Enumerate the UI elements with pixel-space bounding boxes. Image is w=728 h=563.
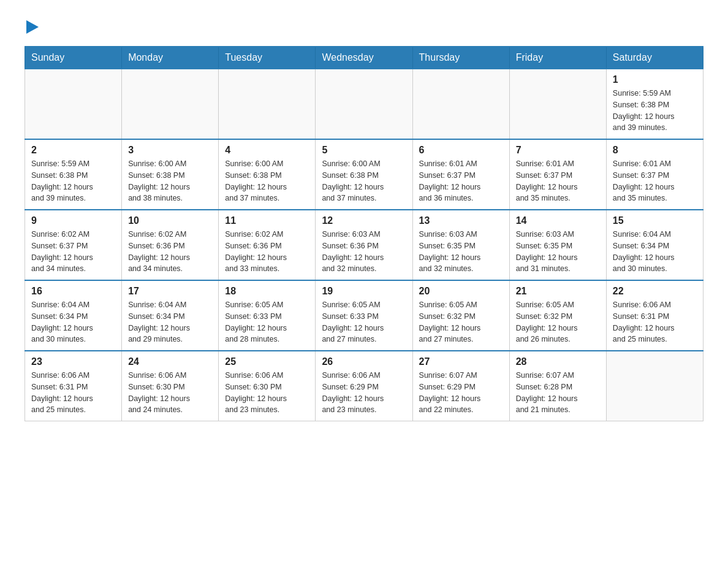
day-number: 6 bbox=[419, 145, 503, 156]
calendar-week-row: 1Sunrise: 5:59 AM Sunset: 6:38 PM Daylig… bbox=[25, 69, 703, 139]
day-number: 27 bbox=[419, 356, 503, 367]
calendar-cell: 7Sunrise: 6:01 AM Sunset: 6:37 PM Daylig… bbox=[509, 139, 606, 210]
calendar-week-row: 9Sunrise: 6:02 AM Sunset: 6:37 PM Daylig… bbox=[25, 210, 703, 280]
day-info: Sunrise: 6:06 AM Sunset: 6:30 PM Dayligh… bbox=[225, 370, 309, 416]
calendar-cell: 3Sunrise: 6:00 AM Sunset: 6:38 PM Daylig… bbox=[122, 139, 219, 210]
day-number: 26 bbox=[322, 356, 406, 367]
day-number: 14 bbox=[516, 215, 600, 226]
day-number: 3 bbox=[128, 145, 212, 156]
day-info: Sunrise: 6:05 AM Sunset: 6:33 PM Dayligh… bbox=[225, 299, 309, 345]
calendar-cell bbox=[122, 69, 219, 139]
day-number: 19 bbox=[322, 286, 406, 297]
calendar-cell: 23Sunrise: 6:06 AM Sunset: 6:31 PM Dayli… bbox=[25, 351, 122, 421]
calendar-week-row: 16Sunrise: 6:04 AM Sunset: 6:34 PM Dayli… bbox=[25, 280, 703, 351]
day-info: Sunrise: 6:07 AM Sunset: 6:28 PM Dayligh… bbox=[516, 370, 600, 416]
day-number: 4 bbox=[225, 145, 309, 156]
day-number: 2 bbox=[31, 145, 115, 156]
day-number: 1 bbox=[613, 74, 697, 85]
day-info: Sunrise: 6:00 AM Sunset: 6:38 PM Dayligh… bbox=[322, 158, 406, 204]
calendar-cell: 15Sunrise: 6:04 AM Sunset: 6:34 PM Dayli… bbox=[606, 210, 703, 280]
page-header bbox=[25, 18, 703, 34]
calendar-cell: 10Sunrise: 6:02 AM Sunset: 6:36 PM Dayli… bbox=[122, 210, 219, 280]
day-number: 8 bbox=[613, 145, 697, 156]
day-number: 18 bbox=[225, 286, 309, 297]
day-number: 23 bbox=[31, 356, 115, 367]
calendar-cell bbox=[509, 69, 606, 139]
calendar-cell: 18Sunrise: 6:05 AM Sunset: 6:33 PM Dayli… bbox=[219, 280, 316, 351]
calendar-cell: 22Sunrise: 6:06 AM Sunset: 6:31 PM Dayli… bbox=[606, 280, 703, 351]
day-info: Sunrise: 6:05 AM Sunset: 6:32 PM Dayligh… bbox=[516, 299, 600, 345]
day-number: 21 bbox=[516, 286, 600, 297]
day-info: Sunrise: 6:04 AM Sunset: 6:34 PM Dayligh… bbox=[613, 229, 697, 275]
day-info: Sunrise: 6:01 AM Sunset: 6:37 PM Dayligh… bbox=[516, 158, 600, 204]
calendar-header-row: SundayMondayTuesdayWednesdayThursdayFrid… bbox=[25, 47, 703, 69]
day-info: Sunrise: 6:06 AM Sunset: 6:31 PM Dayligh… bbox=[613, 299, 697, 345]
day-number: 20 bbox=[419, 286, 503, 297]
day-info: Sunrise: 6:02 AM Sunset: 6:37 PM Dayligh… bbox=[31, 229, 115, 275]
day-info: Sunrise: 6:03 AM Sunset: 6:35 PM Dayligh… bbox=[516, 229, 600, 275]
day-of-week-header: Monday bbox=[122, 47, 219, 69]
calendar-cell: 14Sunrise: 6:03 AM Sunset: 6:35 PM Dayli… bbox=[509, 210, 606, 280]
day-of-week-header: Tuesday bbox=[219, 47, 316, 69]
calendar-table: SundayMondayTuesdayWednesdayThursdayFrid… bbox=[25, 46, 703, 421]
logo-arrow-icon bbox=[26, 20, 39, 34]
calendar-cell: 13Sunrise: 6:03 AM Sunset: 6:35 PM Dayli… bbox=[412, 210, 509, 280]
day-of-week-header: Friday bbox=[509, 47, 606, 69]
calendar-cell: 4Sunrise: 6:00 AM Sunset: 6:38 PM Daylig… bbox=[219, 139, 316, 210]
calendar-cell: 27Sunrise: 6:07 AM Sunset: 6:29 PM Dayli… bbox=[412, 351, 509, 421]
day-info: Sunrise: 6:00 AM Sunset: 6:38 PM Dayligh… bbox=[128, 158, 212, 204]
calendar-cell: 20Sunrise: 6:05 AM Sunset: 6:32 PM Dayli… bbox=[412, 280, 509, 351]
calendar-cell: 11Sunrise: 6:02 AM Sunset: 6:36 PM Dayli… bbox=[219, 210, 316, 280]
day-of-week-header: Wednesday bbox=[316, 47, 412, 69]
calendar-cell: 1Sunrise: 5:59 AM Sunset: 6:38 PM Daylig… bbox=[606, 69, 703, 139]
calendar-cell bbox=[25, 69, 122, 139]
calendar-cell: 24Sunrise: 6:06 AM Sunset: 6:30 PM Dayli… bbox=[122, 351, 219, 421]
day-info: Sunrise: 6:03 AM Sunset: 6:36 PM Dayligh… bbox=[322, 229, 406, 275]
day-info: Sunrise: 5:59 AM Sunset: 6:38 PM Dayligh… bbox=[31, 158, 115, 204]
calendar-cell: 26Sunrise: 6:06 AM Sunset: 6:29 PM Dayli… bbox=[316, 351, 412, 421]
calendar-cell: 2Sunrise: 5:59 AM Sunset: 6:38 PM Daylig… bbox=[25, 139, 122, 210]
calendar-cell: 21Sunrise: 6:05 AM Sunset: 6:32 PM Dayli… bbox=[509, 280, 606, 351]
calendar-cell: 8Sunrise: 6:01 AM Sunset: 6:37 PM Daylig… bbox=[606, 139, 703, 210]
calendar-cell bbox=[219, 69, 316, 139]
calendar-cell: 28Sunrise: 6:07 AM Sunset: 6:28 PM Dayli… bbox=[509, 351, 606, 421]
day-number: 25 bbox=[225, 356, 309, 367]
calendar-cell: 16Sunrise: 6:04 AM Sunset: 6:34 PM Dayli… bbox=[25, 280, 122, 351]
calendar-week-row: 23Sunrise: 6:06 AM Sunset: 6:31 PM Dayli… bbox=[25, 351, 703, 421]
day-info: Sunrise: 6:01 AM Sunset: 6:37 PM Dayligh… bbox=[613, 158, 697, 204]
calendar-cell: 6Sunrise: 6:01 AM Sunset: 6:37 PM Daylig… bbox=[412, 139, 509, 210]
day-number: 9 bbox=[31, 215, 115, 226]
day-info: Sunrise: 6:06 AM Sunset: 6:30 PM Dayligh… bbox=[128, 370, 212, 416]
day-info: Sunrise: 6:06 AM Sunset: 6:29 PM Dayligh… bbox=[322, 370, 406, 416]
day-info: Sunrise: 6:02 AM Sunset: 6:36 PM Dayligh… bbox=[128, 229, 212, 275]
calendar-cell: 25Sunrise: 6:06 AM Sunset: 6:30 PM Dayli… bbox=[219, 351, 316, 421]
calendar-week-row: 2Sunrise: 5:59 AM Sunset: 6:38 PM Daylig… bbox=[25, 139, 703, 210]
calendar-cell bbox=[412, 69, 509, 139]
calendar-cell: 17Sunrise: 6:04 AM Sunset: 6:34 PM Dayli… bbox=[122, 280, 219, 351]
svg-marker-0 bbox=[26, 20, 39, 34]
day-info: Sunrise: 6:05 AM Sunset: 6:32 PM Dayligh… bbox=[419, 299, 503, 345]
calendar-cell bbox=[606, 351, 703, 421]
calendar-cell: 19Sunrise: 6:05 AM Sunset: 6:33 PM Dayli… bbox=[316, 280, 412, 351]
logo bbox=[25, 18, 39, 34]
day-of-week-header: Sunday bbox=[25, 47, 122, 69]
day-of-week-header: Saturday bbox=[606, 47, 703, 69]
day-number: 11 bbox=[225, 215, 309, 226]
day-info: Sunrise: 6:04 AM Sunset: 6:34 PM Dayligh… bbox=[128, 299, 212, 345]
day-info: Sunrise: 6:04 AM Sunset: 6:34 PM Dayligh… bbox=[31, 299, 115, 345]
day-info: Sunrise: 6:05 AM Sunset: 6:33 PM Dayligh… bbox=[322, 299, 406, 345]
calendar-cell: 9Sunrise: 6:02 AM Sunset: 6:37 PM Daylig… bbox=[25, 210, 122, 280]
day-number: 12 bbox=[322, 215, 406, 226]
day-number: 15 bbox=[613, 215, 697, 226]
day-info: Sunrise: 6:02 AM Sunset: 6:36 PM Dayligh… bbox=[225, 229, 309, 275]
day-number: 5 bbox=[322, 145, 406, 156]
day-number: 22 bbox=[613, 286, 697, 297]
day-info: Sunrise: 6:06 AM Sunset: 6:31 PM Dayligh… bbox=[31, 370, 115, 416]
day-number: 24 bbox=[128, 356, 212, 367]
day-info: Sunrise: 6:07 AM Sunset: 6:29 PM Dayligh… bbox=[419, 370, 503, 416]
day-number: 7 bbox=[516, 145, 600, 156]
day-info: Sunrise: 6:00 AM Sunset: 6:38 PM Dayligh… bbox=[225, 158, 309, 204]
day-number: 28 bbox=[516, 356, 600, 367]
day-number: 17 bbox=[128, 286, 212, 297]
day-info: Sunrise: 5:59 AM Sunset: 6:38 PM Dayligh… bbox=[613, 88, 697, 134]
